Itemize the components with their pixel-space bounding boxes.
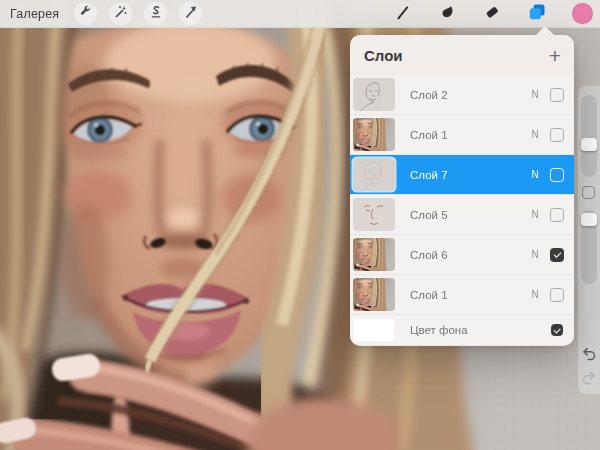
layer-row[interactable]: Слой 6 N <box>350 235 574 274</box>
transform-arrow-icon <box>182 3 199 24</box>
procreate-app: Галерея <box>0 0 600 450</box>
layer-name: Слой 2 <box>410 89 448 101</box>
brush-icon <box>393 3 411 25</box>
layer-name: Слой 7 <box>410 169 448 181</box>
layer-name: Цвет фона <box>410 324 468 336</box>
layer-row[interactable]: Слой 1 N <box>350 275 574 314</box>
magic-wand-icon <box>112 3 129 24</box>
brush-size-slider[interactable] <box>581 95 597 177</box>
canvas-sidebar <box>578 86 600 394</box>
eraser-tool-button[interactable] <box>481 3 503 25</box>
layer-thumbnail[interactable] <box>353 278 395 311</box>
layer-row[interactable]: Слой 2 N <box>350 75 574 114</box>
layer-name: Слой 6 <box>410 249 448 261</box>
layer-thumbnail[interactable] <box>353 78 395 111</box>
brush-size-handle[interactable] <box>581 138 597 151</box>
selection-s-icon <box>147 3 164 24</box>
layers-panel-header: Слои + <box>350 35 574 75</box>
wrench-icon <box>77 3 94 24</box>
redo-button[interactable] <box>581 370 597 386</box>
transform-button[interactable] <box>179 2 202 25</box>
smudge-icon <box>438 3 456 25</box>
visibility-checkbox[interactable] <box>550 128 564 142</box>
undo-button[interactable] <box>581 346 597 362</box>
actions-button[interactable] <box>74 2 97 25</box>
blend-mode-badge[interactable]: N <box>530 249 540 260</box>
brush-opacity-handle[interactable] <box>581 213 597 226</box>
add-layer-button[interactable]: + <box>549 45 561 66</box>
layer-name: Слой 5 <box>410 209 448 221</box>
layer-thumbnail[interactable] <box>353 118 395 151</box>
layers-icon <box>527 2 547 26</box>
smudge-tool-button[interactable] <box>436 3 458 25</box>
visibility-checkbox[interactable] <box>551 324 563 336</box>
layer-thumbnail[interactable] <box>353 238 395 271</box>
layers-panel: Слои + Слой 2 N Слой 1 N Слой 7 N Слой 5… <box>350 35 574 346</box>
visibility-checkbox[interactable] <box>550 288 564 302</box>
layer-row[interactable]: Слой 1 N <box>350 115 574 154</box>
selection-button[interactable] <box>144 2 167 25</box>
layer-name: Слой 1 <box>410 129 448 141</box>
layer-row[interactable]: Слой 5 N <box>350 195 574 234</box>
layer-thumbnail[interactable] <box>353 158 395 191</box>
panel-title: Слои <box>364 47 403 64</box>
layer-thumbnail[interactable] <box>353 198 395 231</box>
blend-mode-badge[interactable]: N <box>530 169 540 180</box>
color-tool-button[interactable] <box>571 3 593 25</box>
gallery-button[interactable]: Галерея <box>10 7 59 21</box>
layers-tool-button[interactable] <box>526 3 548 25</box>
blend-mode-badge[interactable]: N <box>530 129 540 140</box>
visibility-checkbox[interactable] <box>550 248 564 262</box>
blend-mode-badge[interactable]: N <box>530 89 540 100</box>
color-swatch <box>572 3 593 24</box>
paint-tools-group <box>391 3 593 25</box>
layer-thumbnail[interactable] <box>353 318 395 342</box>
top-toolbar: Галерея <box>0 0 600 28</box>
blend-mode-badge[interactable]: N <box>530 209 540 220</box>
visibility-checkbox[interactable] <box>550 208 564 222</box>
layer-list: Слой 2 N Слой 1 N Слой 7 N Слой 5 N Слой… <box>350 75 574 345</box>
visibility-checkbox[interactable] <box>550 168 564 182</box>
panel-pointer <box>536 26 554 35</box>
visibility-checkbox[interactable] <box>550 88 564 102</box>
modify-button[interactable] <box>582 186 595 199</box>
layer-row[interactable]: Слой 7 N <box>350 155 574 194</box>
adjustments-button[interactable] <box>109 2 132 25</box>
brush-tool-button[interactable] <box>391 3 413 25</box>
layer-name: Слой 1 <box>410 289 448 301</box>
eraser-icon <box>483 3 501 25</box>
blend-mode-badge[interactable]: N <box>530 289 540 300</box>
brush-opacity-slider[interactable] <box>581 210 597 284</box>
layer-row[interactable]: Цвет фона <box>350 315 574 345</box>
